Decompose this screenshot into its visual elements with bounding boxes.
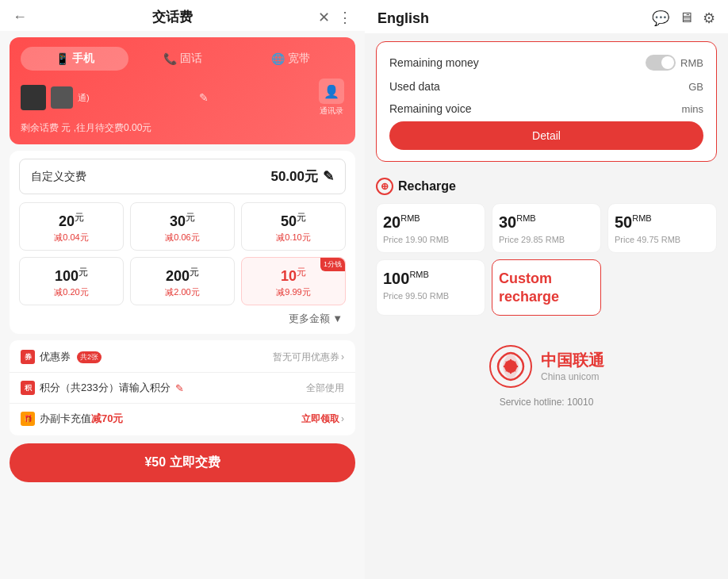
recharge-item-30[interactable]: 30元 减0.06元 (130, 202, 235, 251)
gift-arrow: › (341, 413, 344, 424)
amount-50: 50元 (247, 211, 340, 230)
right-recharge-50[interactable]: 50RMB Price 49.75 RMB (607, 203, 717, 253)
used-data-value: GB (684, 81, 703, 93)
right-recharge-grid: 20RMB Price 19.90 RMB 30RMB Price 29.85 … (365, 200, 728, 324)
amount-100: 100元 (25, 266, 118, 285)
chat-icon[interactable]: 💬 (652, 10, 669, 27)
used-data-unit: GB (688, 81, 703, 93)
tab-broadband[interactable]: 🌐 宽带 (236, 47, 344, 71)
brand-logo: 中国联通 China unicom (489, 344, 604, 389)
coupon-left-voucher: 券 优惠券 共2张 (21, 350, 102, 364)
brand-section: 中国联通 China unicom Service hotline: 10010 (365, 336, 728, 416)
claim-now-label[interactable]: 立即领取 (301, 412, 339, 426)
r-amount-50: 50RMB (615, 213, 710, 232)
coupon-right-gift: 立即领取 › (301, 412, 344, 426)
brand-name-block: 中国联通 China unicom (541, 350, 604, 382)
recharge-item-50[interactable]: 50元 减0.10元 (241, 202, 346, 251)
recharge-section: 自定义交费 50.00元 ✎ 20元 减0.04元 30元 减0.06元 50元… (10, 151, 355, 334)
recharge-item-10[interactable]: 1分钱 10元 减9.99元 (241, 257, 346, 305)
use-all-label: 全部使用 (306, 382, 344, 395)
remaining-money-value: RMB (646, 55, 703, 71)
balance-row: 剩余话费 元 ,往月待交费0.00元 (21, 121, 344, 135)
recharge-icon: ⊕ (376, 178, 393, 195)
recharge-label: Recharge (398, 179, 456, 194)
unicom-logo-svg (489, 344, 533, 389)
recharge-grid: 20元 减0.04元 30元 减0.06元 50元 减0.10元 100元 减0… (19, 202, 346, 305)
recharge-item-20[interactable]: 20元 减0.04元 (19, 202, 124, 251)
phone-label: 通) (78, 92, 90, 104)
brand-name-en: China unicom (541, 371, 604, 382)
amount-30: 30元 (136, 211, 229, 230)
phone-number-area: ✎ (90, 91, 319, 104)
coupon-arrow: › (341, 351, 344, 362)
page-title: 交话费 (27, 8, 318, 26)
r-price-50: Price 49.75 RMB (615, 235, 710, 244)
back-button[interactable]: ← (13, 9, 27, 25)
toggle-switch[interactable] (646, 55, 676, 71)
info-card: Remaining money RMB Used data GB Remaini… (376, 41, 717, 162)
settings-icon[interactable]: ⚙ (703, 10, 715, 27)
tab-row: 📱 手机 📞 固话 🌐 宽带 (21, 47, 344, 71)
tab-landline[interactable]: 📞 固话 (128, 47, 236, 71)
mobile-icon: 📱 (56, 52, 69, 65)
coupon-row-points[interactable]: 积 积分（共233分）请输入积分 ✎ 全部使用 (10, 373, 355, 404)
gift-icon: 🎁 (21, 412, 35, 426)
discount-50: 减0.10元 (247, 232, 340, 243)
r-amount-custom: Customrecharge (499, 270, 594, 307)
coupon-no-available: 暂无可用优惠券 (273, 351, 339, 364)
edit-amount-icon[interactable]: ✎ (323, 168, 334, 185)
r-amount-100: 100RMB (383, 270, 478, 288)
remaining-voice-unit: mins (682, 103, 703, 115)
top-card: 📱 手机 📞 固话 🌐 宽带 通) ✎ 👤 通讯录 (10, 37, 355, 144)
edit-phone-icon[interactable]: ✎ (199, 91, 209, 104)
close-button[interactable]: ✕ (318, 9, 330, 26)
more-amount-button[interactable]: 更多金额 ▼ (19, 312, 346, 326)
right-panel: English 💬 🖥 ⚙ Remaining money RMB Used d… (365, 0, 728, 579)
tab-mobile[interactable]: 📱 手机 (21, 47, 128, 71)
right-title: English (377, 10, 429, 27)
r-amount-20: 20RMB (383, 213, 478, 232)
coupon-row-voucher[interactable]: 券 优惠券 共2张 暂无可用优惠券 › (10, 342, 355, 373)
remaining-money-unit: RMB (680, 57, 703, 69)
tab-landline-label: 固话 (180, 52, 202, 66)
right-recharge-custom[interactable]: Customrecharge (492, 259, 601, 316)
r-price-20: Price 19.90 RMB (383, 235, 478, 244)
brand-name-cn: 中国联通 (541, 350, 604, 371)
edit-points-icon[interactable]: ✎ (175, 382, 184, 394)
remaining-voice-row: Remaining voice mins (389, 102, 703, 115)
pay-button[interactable]: ¥50 立即交费 (10, 443, 355, 482)
tab-mobile-label: 手机 (72, 52, 94, 66)
more-button[interactable]: ⋮ (338, 9, 352, 26)
right-header: English 💬 🖥 ⚙ (365, 0, 728, 33)
right-recharge-30[interactable]: 30RMB Price 29.85 RMB (492, 203, 601, 253)
badge-label: 1分钱 (320, 258, 345, 271)
r-price-100: Price 99.50 RMB (383, 291, 478, 301)
discount-30: 减0.06元 (136, 232, 229, 243)
used-data-label: Used data (389, 80, 440, 93)
service-hotline: Service hotline: 10010 (500, 397, 594, 408)
detail-button[interactable]: Detail (389, 121, 703, 150)
right-recharge-20[interactable]: 20RMB Price 19.90 RMB (376, 203, 485, 253)
coupon-row-gift[interactable]: 🎁 办副卡充值减70元 立即领取 › (10, 404, 355, 434)
coupon-section: 券 优惠券 共2张 暂无可用优惠券 › 积 积分（共233分）请输入积分 ✎ 全… (10, 340, 355, 435)
display-icon[interactable]: 🖥 (679, 10, 693, 27)
recharge-section-title: ⊕ Recharge (365, 170, 728, 200)
discount-100: 减0.20元 (25, 286, 118, 298)
remaining-voice-label: Remaining voice (389, 102, 472, 115)
remaining-money-label: Remaining money (389, 56, 479, 69)
recharge-item-200[interactable]: 200元 减2.00元 (130, 257, 235, 305)
contacts-icon: 👤 (319, 79, 344, 104)
coupon-right-points: 全部使用 (306, 382, 344, 395)
coupon-badge: 共2张 (77, 351, 102, 363)
used-data-row: Used data GB (389, 80, 703, 93)
left-header: ← 交话费 ✕ ⋮ (0, 0, 365, 31)
phone-avatars: 通) (21, 85, 90, 110)
right-recharge-100[interactable]: 100RMB Price 99.50 RMB (376, 259, 485, 316)
tab-broadband-label: 宽带 (288, 52, 310, 66)
custom-recharge-row[interactable]: 自定义交费 50.00元 ✎ (19, 159, 346, 194)
discount-20: 减0.04元 (25, 232, 118, 243)
gift-label: 办副卡充值减70元 (40, 412, 123, 426)
contacts-button[interactable]: 👤 通讯录 (319, 79, 344, 117)
recharge-item-100[interactable]: 100元 减0.20元 (19, 257, 124, 305)
points-label: 积分（共233分）请输入积分 (40, 381, 171, 395)
